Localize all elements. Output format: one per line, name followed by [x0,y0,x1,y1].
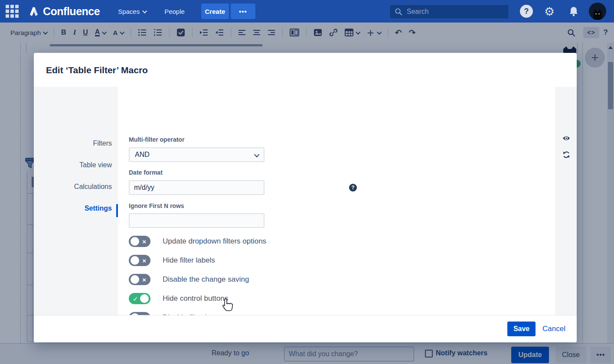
sidebar-item-filters[interactable]: Filters [40,133,112,154]
eye-icon [562,135,570,142]
refresh-icon [562,151,570,159]
dialog-sidebar: Filters Table view Calculations Settings… [34,87,118,315]
sidebar-item-settings[interactable]: Settings [40,198,112,219]
app-switcher-icon[interactable] [6,5,19,18]
select-value: AND [135,151,150,159]
settings-gear-button[interactable]: ⚙ [541,0,558,23]
toggle-knob [131,256,139,265]
mouse-cursor-pointer [222,298,233,315]
dialog-body: Filters Table view Calculations Settings… [34,87,577,315]
gear-icon: ⚙ [544,5,555,18]
toggle-knob [131,275,139,284]
nav-spaces-label: Spaces [118,8,140,15]
help-button[interactable]: ? [519,0,534,23]
nav-more-button[interactable]: ••• [231,3,255,19]
dialog-footer: Save Cancel [34,315,577,342]
cross-icon: × [142,257,146,264]
toggle-update-dropdown-filters[interactable]: × [129,236,150,247]
nav-spaces-dropdown[interactable]: Spaces [118,8,146,15]
refresh-button[interactable] [562,151,570,160]
field-label: Ignore First N rows [129,202,184,209]
check-icon: ✓ [133,296,138,302]
toggle-label: Hide control buttons [163,294,228,303]
search-input[interactable] [406,7,503,16]
search-icon [395,8,402,16]
multi-filter-operator-select[interactable]: AND [129,147,265,162]
edit-macro-dialog: Edit ‘Table Filter’ Macro Filters Table … [34,53,577,342]
cross-icon: × [142,238,146,245]
confluence-logo[interactable]: Confluence [28,5,100,18]
notifications-button[interactable] [565,0,582,23]
avatar-image [589,3,606,20]
ignore-first-n-rows-input[interactable] [129,213,265,228]
global-search[interactable] [389,4,509,19]
toggle-label: Hide filter labels [163,256,215,265]
field-label: Date format [129,169,163,176]
field-label: Multi-filter operator [129,136,184,143]
cancel-link[interactable]: Cancel [542,325,565,333]
chevron-down-icon [254,152,260,157]
toggle-label: Disable the change saving [163,275,249,284]
settings-panel: Multi-filter operator AND Date format ? … [118,87,555,315]
confluence-mark-icon [28,6,39,16]
dialog-side-rail [555,87,577,315]
toggle-knob [131,237,139,246]
logo-text: Confluence [43,5,100,18]
user-avatar[interactable] [588,0,607,23]
confluence-header: Confluence Spaces People Create ••• ? ⚙ [0,0,614,23]
dialog-title: Edit ‘Table Filter’ Macro [46,65,148,75]
sidebar-item-calculations[interactable]: Calculations [40,176,112,198]
preview-eye-button[interactable] [562,135,570,143]
sidebar-item-table-view[interactable]: Table view [40,154,112,176]
create-button[interactable]: Create [201,3,229,19]
date-format-help-icon[interactable]: ? [349,184,357,192]
save-button[interactable]: Save [507,322,536,336]
nav-people-label: People [164,8,185,15]
toggle-knob [140,294,149,303]
nav-people-link[interactable]: People [164,8,185,15]
cross-icon: × [142,276,146,283]
bell-icon [568,6,579,17]
date-format-input[interactable] [129,180,265,195]
toggle-disable-change-saving[interactable]: × [129,274,150,285]
toggle-label: Update dropdown filters options [163,237,266,246]
toggle-hide-filter-labels[interactable]: × [129,255,150,266]
question-icon: ? [520,5,533,18]
chevron-down-icon [142,9,147,13]
toggle-hide-control-buttons[interactable]: ✓ [129,293,150,304]
